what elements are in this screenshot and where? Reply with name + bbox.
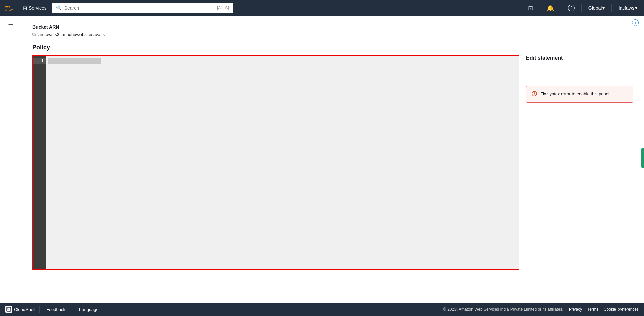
user-menu-button[interactable]: latifaws ▾ bbox=[616, 4, 640, 12]
info-icon[interactable]: i bbox=[632, 19, 639, 26]
search-shortcut: [Alt+S] bbox=[217, 6, 229, 10]
right-panel: Edit statement Fix syntax error to enabl… bbox=[519, 55, 633, 270]
copyright-text: © 2023, Amazon Web Services India Privat… bbox=[443, 307, 564, 312]
error-circle-icon bbox=[532, 91, 537, 98]
cloudshell-label: CloudShell bbox=[14, 307, 35, 312]
info-circle-icon: i bbox=[632, 19, 639, 26]
main-content: Bucket ARN ⧉ arn:aws:s3:::madhuwebsitesa… bbox=[21, 16, 644, 303]
editor-content[interactable] bbox=[46, 56, 519, 269]
terminal-icon: ⊡ bbox=[528, 4, 533, 12]
line-number-1: 1 bbox=[33, 58, 46, 64]
privacy-link[interactable]: Privacy bbox=[569, 307, 582, 312]
sidebar-menu-button[interactable]: ☰ bbox=[5, 19, 16, 32]
global-search-bar[interactable]: 🔍 [Alt+S] bbox=[52, 3, 233, 13]
user-chevron: ▾ bbox=[635, 5, 637, 11]
bottom-right-links: Privacy Terms Cookie preferences bbox=[569, 307, 639, 312]
cloudshell-icon bbox=[5, 306, 12, 313]
language-link[interactable]: Language bbox=[76, 306, 101, 313]
nav-divider-2 bbox=[561, 4, 561, 12]
cloudshell-button[interactable]: CloudShell bbox=[5, 306, 35, 313]
editor-container: 1 Edit statement Fix syntax error to ena… bbox=[32, 55, 633, 270]
region-selector[interactable]: Global ▾ bbox=[586, 4, 607, 12]
svg-rect-4 bbox=[7, 307, 11, 311]
policy-editor[interactable]: 1 bbox=[32, 55, 519, 270]
copy-icon[interactable]: ⧉ bbox=[32, 32, 36, 37]
services-nav-button[interactable]: ⊞ Services bbox=[20, 4, 49, 13]
top-navigation: aws ⊞ Services 🔍 [Alt+S] ⊡ 🔔 ? Global ▾ … bbox=[0, 0, 644, 16]
search-icon: 🔍 bbox=[56, 5, 62, 11]
help-icon: ? bbox=[568, 5, 575, 11]
hamburger-icon: ☰ bbox=[8, 22, 13, 29]
region-chevron: ▾ bbox=[602, 5, 605, 11]
line-numbers: 1 bbox=[33, 56, 46, 269]
grid-icon: ⊞ bbox=[23, 5, 27, 11]
policy-section-label: Policy bbox=[32, 44, 633, 51]
search-input[interactable] bbox=[64, 5, 214, 11]
nav-divider-1 bbox=[540, 4, 540, 12]
sidebar: ☰ bbox=[0, 16, 21, 303]
notifications-button[interactable]: 🔔 bbox=[544, 3, 557, 13]
bottom-bar: CloudShell Feedback Language © 2023, Ama… bbox=[0, 303, 644, 316]
nav-divider-3 bbox=[581, 4, 582, 12]
syntax-error-box: Fix syntax error to enable this panel. bbox=[526, 86, 633, 103]
svg-text:aws: aws bbox=[5, 5, 10, 9]
bucket-arn-label: Bucket ARN bbox=[32, 24, 633, 30]
aws-logo[interactable]: aws bbox=[4, 4, 16, 12]
bottom-divider-1 bbox=[39, 306, 40, 313]
bell-icon: 🔔 bbox=[547, 4, 554, 12]
arn-value: arn:aws:s3:::madhuwebsitesavatis bbox=[38, 32, 105, 37]
help-button[interactable]: ? bbox=[565, 3, 577, 13]
error-message: Fix syntax error to enable this panel. bbox=[540, 91, 611, 97]
edit-statement-title: Edit statement bbox=[526, 55, 633, 64]
svg-point-3 bbox=[534, 95, 535, 95]
region-label: Global bbox=[588, 5, 602, 11]
cloudshell-icon-btn[interactable]: ⊡ bbox=[525, 3, 536, 13]
terms-link[interactable]: Terms bbox=[587, 307, 598, 312]
feedback-link[interactable]: Feedback bbox=[44, 306, 68, 313]
resize-handle[interactable] bbox=[641, 148, 644, 168]
services-label: Services bbox=[29, 5, 47, 11]
cookie-link[interactable]: Cookie preferences bbox=[604, 307, 639, 312]
arn-row: ⧉ arn:aws:s3:::madhuwebsitesavatis bbox=[32, 32, 633, 37]
autocomplete-suggestion bbox=[48, 58, 101, 64]
nav-divider-4 bbox=[611, 4, 612, 12]
username-label: latifaws bbox=[619, 5, 634, 11]
bottom-divider-2 bbox=[72, 306, 72, 313]
